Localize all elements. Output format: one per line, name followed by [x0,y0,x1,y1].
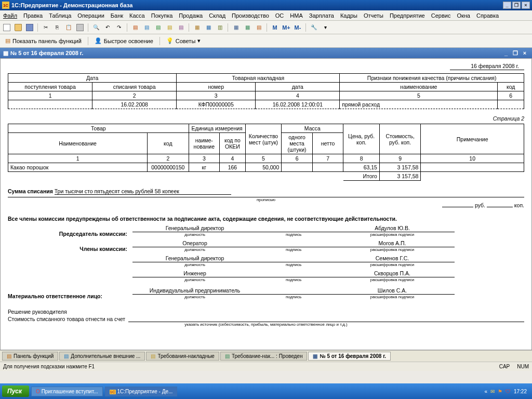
toolbar-secondary: ▤ Показать панель функций 👤 Быстрое осво… [0,34,532,48]
folder1-icon[interactable]: ▦ [192,23,202,32]
sum-label: Сумма списания [8,188,53,194]
col-qcode: код [498,83,524,91]
col-subdate: дата [256,83,340,91]
menu-service[interactable]: Сервис [431,12,451,19]
tips-label: Советы [176,38,195,44]
tab-current-doc[interactable]: ▦№ 5 от 16 февраля 2008 г. [308,352,391,361]
col-writeoff: списания товара [92,83,177,91]
menu-os[interactable]: ОС [275,12,284,19]
undo-icon[interactable]: ↶ [103,23,112,32]
save-icon[interactable] [25,23,34,32]
menu-bank[interactable]: Банк [111,12,123,19]
show-panel-button[interactable]: ▤ Показать панель функций [2,36,85,45]
cut-icon[interactable]: ✂ [41,23,50,32]
doc3-icon[interactable]: ▤ [153,23,163,32]
window-titlebar: 1С 1С:Предприятие - Демонстрационная баз… [0,0,532,10]
open-icon[interactable] [14,23,23,32]
memory-mplus-button[interactable]: M+ [282,23,291,32]
doc1-icon[interactable]: ▤ [130,23,140,32]
m3-pos: Инженер [132,270,257,277]
print-icon[interactable] [75,23,85,32]
p-m1 [282,163,313,172]
new-icon[interactable] [2,23,11,32]
pn2: 2 [148,154,189,163]
folder2-icon[interactable]: ▦ [204,23,213,32]
dropdown-icon[interactable]: ▾ [321,23,330,32]
h-uom: Единица измерения [189,124,245,133]
grid1-icon[interactable]: ▦ [231,23,241,32]
menu-edit[interactable]: Правка [23,12,43,19]
h-mass: Масса [282,124,343,133]
menu-help[interactable]: Справка [476,12,499,19]
paste-icon[interactable]: 📋 [64,23,73,32]
date-header: 16 февраля 2008 г. [450,63,524,70]
tool-icon[interactable]: 🔧 [309,23,318,32]
doc2-icon[interactable]: ▤ [142,23,151,32]
memory-m-button[interactable]: M [270,23,280,32]
memory-mminus-button[interactable]: M- [293,23,302,32]
p-name: Какао порошок [8,163,148,172]
d2: 16.02.2008 [92,100,177,109]
fast-icon: 👤 [95,37,102,44]
menu-table[interactable]: Таблица [49,12,71,19]
h-uomname: наиме- нование [189,133,220,154]
menu-warehouse[interactable]: Склад [209,12,225,19]
tray-chevron-icon[interactable]: « [484,389,487,394]
tab-invoice-done[interactable]: ▤Требование-нак... : Проведен [220,352,308,361]
menu-reports[interactable]: Отчеты [364,12,383,19]
start-button[interactable]: Пуск [2,385,29,397]
taskbar-opera[interactable]: O Приглашение вступит... [31,387,102,396]
system-tray[interactable]: « ✉ ⚑ 🛡 17:22 [484,389,530,394]
resp-label: Материально ответственное лицо: [8,293,132,299]
tab-external[interactable]: ▤Дополнительные внешние ... [59,352,145,361]
close-button[interactable]: × [522,2,530,9]
menu-salary[interactable]: Зарплата [309,12,334,19]
tray-mail-icon[interactable]: ✉ [490,389,495,394]
menu-purchase[interactable]: Покупка [151,12,173,19]
h-massone: одного места (штуки) [282,133,313,154]
total-value: 3 157,58 [379,172,420,181]
rub-label: руб. [475,202,485,208]
doc4-icon[interactable]: ▤ [165,23,174,32]
resp-name: Шилов С.А. [330,287,455,295]
minimize-button[interactable]: _ [503,2,511,9]
menu-file[interactable]: Файл [3,12,17,19]
menu-staff[interactable]: Кадры [340,12,357,19]
sum-text: Три тысячи сто пятьдесят семь рублей 58 … [55,188,231,195]
document-titlebar: ▦ № 5 от 16 февраля 2008 г. _ ❐ × [0,48,532,58]
n1: 1 [8,91,92,100]
doc-minimize-button[interactable]: _ [502,49,510,57]
menu-operations[interactable]: Операции [77,12,104,19]
tray-time: 17:22 [514,389,527,394]
p-qty: 50,000 [245,163,282,172]
tips-button[interactable]: 💡 Советы ▾ [163,36,204,45]
doc-restore-button[interactable]: ❐ [511,49,520,57]
find-icon[interactable]: 🔍 [91,23,101,32]
h-cost: Стоимость, руб. коп. [379,124,420,154]
m2-pos: Генеральный директор [132,255,257,262]
taskbar-1c[interactable]: 1С 1С:Предприятие - Де... [105,387,178,396]
document-area[interactable]: 16 февраля 2008 г. Дата Товарная накладн… [0,58,532,350]
menu-windows[interactable]: Окна [457,12,470,19]
status-num: NUM [517,364,529,369]
menu-enterprise[interactable]: Предприятие [390,12,425,19]
chart-icon[interactable]: ▤ [254,23,263,32]
tray-flag-icon[interactable]: ⚑ [498,389,502,394]
copy-icon[interactable]: ⎘ [52,23,62,32]
d6 [498,100,524,109]
menu-production[interactable]: Производство [232,12,269,19]
tab-invoices[interactable]: ▤Требования-накладные [146,352,219,361]
doc-close-button[interactable]: × [521,49,529,57]
restore-button[interactable]: ❐ [512,2,521,9]
menu-cash[interactable]: Касса [129,12,145,19]
tray-shield-icon[interactable]: 🛡 [506,389,511,394]
grid2-icon[interactable]: ▦ [243,23,252,32]
doc5-icon[interactable]: ▤ [176,23,185,32]
menu-sale[interactable]: Продажа [179,12,203,19]
tab-panel[interactable]: ▤Панель функций [2,352,58,361]
fast-learn-button[interactable]: 👤 Быстрое освоение [91,36,156,45]
stack-icon[interactable]: ▥ [215,23,224,32]
chair-name: Абдулов Ю.В. [330,225,455,232]
menu-nma[interactable]: НМА [290,12,302,19]
redo-icon[interactable]: ↷ [114,23,124,32]
